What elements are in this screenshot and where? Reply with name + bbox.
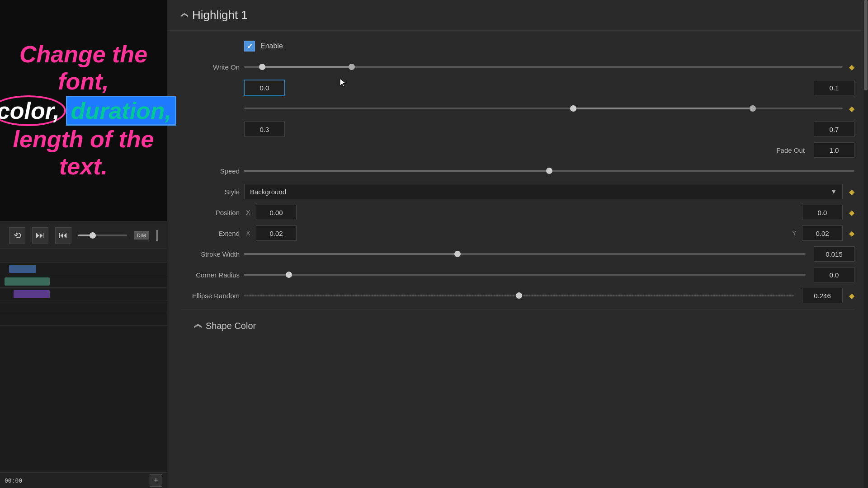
track-segment-2[interactable]: [5, 277, 50, 286]
corner-radius-label: Corner Radius: [181, 271, 240, 279]
slider2-value-left[interactable]: 0.3: [244, 122, 285, 137]
highlight-chevron-icon[interactable]: ❯: [179, 12, 188, 18]
corner-thumb[interactable]: [286, 272, 292, 278]
video-text-overlay: Change the font, color, duration, length…: [0, 0, 167, 221]
volume-track[interactable]: [78, 235, 127, 236]
ellipse-random-label: Ellipse Random: [181, 292, 240, 300]
color-circle-word: color,: [0, 95, 66, 126]
write-on-thumb-right[interactable]: [349, 64, 355, 70]
speed-thumb[interactable]: [546, 168, 552, 174]
enable-label: Enable: [260, 42, 283, 50]
timeline-ruler: [0, 249, 167, 263]
track-segment-1[interactable]: [9, 265, 36, 273]
slider2-thumb-right[interactable]: [750, 105, 756, 112]
right-panel: ❯ Highlight 1 ✓ Enable Write On: [167, 0, 868, 488]
timeline-tracks: [0, 263, 167, 472]
position-diamond-icon: ◆: [849, 208, 854, 217]
style-dropdown[interactable]: Background ▼: [244, 184, 843, 199]
style-label: Style: [181, 188, 240, 196]
style-dropdown-value: Background: [250, 188, 286, 196]
style-diamond-icon: ◆: [849, 188, 854, 196]
style-dropdown-wrap: Background ▼: [244, 184, 843, 199]
slider2-value-right[interactable]: 0.7: [814, 122, 854, 137]
video-controls-bar: ⟲ ⏭ ⏮ DIM: [0, 221, 167, 249]
extend-x-value[interactable]: 0.02: [256, 225, 297, 241]
ellipse-track[interactable]: [244, 295, 794, 296]
add-track-button[interactable]: +: [150, 474, 162, 487]
stroke-track[interactable]: [244, 253, 806, 255]
stroke-width-label: Stroke Width: [181, 250, 240, 258]
loop-button[interactable]: ⟲: [9, 227, 25, 244]
prev-frame-button[interactable]: ⏮: [55, 227, 71, 244]
scrollbar-thumb[interactable]: [864, 0, 868, 90]
ellipse-thumb[interactable]: [516, 292, 522, 299]
track-row-4: [0, 300, 167, 313]
write-on-slider-wrap: [244, 66, 843, 68]
ellipse-random-row: Ellipse Random 0.246 ◆: [181, 287, 854, 304]
scrollbar[interactable]: [863, 0, 868, 488]
track-row-3: [0, 288, 167, 300]
mute-bar[interactable]: [156, 230, 158, 241]
ellipse-random-value[interactable]: 0.246: [802, 288, 843, 303]
slider2-wrap: [244, 108, 843, 109]
write-on-values-row: 0.0 0.1: [181, 79, 854, 96]
timeline-area: 00:00 +: [0, 249, 167, 488]
track-segment-3[interactable]: [14, 290, 50, 298]
ellipse-slider-wrap: [244, 295, 794, 296]
enable-checkbox-wrap: ✓ Enable: [244, 41, 283, 52]
style-row: Style Background ▼ ◆: [181, 183, 854, 200]
corner-track[interactable]: [244, 274, 806, 276]
stroke-fill: [244, 253, 458, 255]
volume-thumb[interactable]: [90, 232, 96, 239]
highlight-section-header: ❯ Highlight 1: [167, 0, 868, 31]
position-row: Position X 0.00 0.0 ◆: [181, 204, 854, 221]
track-row-5: [0, 313, 167, 326]
preview-text-line1: Change the font,: [9, 41, 158, 95]
shape-color-title: Shape Color: [206, 321, 256, 331]
extend-y-label: Y: [790, 230, 798, 237]
write-on-range-fill: [262, 66, 352, 68]
enable-checkbox[interactable]: ✓: [244, 41, 255, 52]
track-row-2: [0, 275, 167, 288]
write-on-track[interactable]: [244, 66, 843, 68]
write-on-value-left[interactable]: 0.0: [244, 80, 285, 95]
fade-out-row: Fade Out 1.0: [181, 141, 854, 159]
corner-radius-value[interactable]: 0.0: [814, 267, 854, 282]
extend-y-value[interactable]: 0.02: [802, 225, 843, 241]
checkbox-check-icon: ✓: [247, 42, 253, 51]
speed-label: Speed: [181, 167, 240, 175]
next-frame-button[interactable]: ⏭: [32, 227, 48, 244]
position-label: Position: [181, 209, 240, 216]
timecode-display: 00:00: [5, 477, 22, 484]
stroke-width-value[interactable]: 0.015: [814, 246, 854, 262]
fade-out-value[interactable]: 1.0: [814, 142, 854, 158]
slider2-row: ◆: [181, 100, 854, 117]
speed-row: Speed: [181, 162, 854, 179]
position-y-value[interactable]: 0.0: [802, 205, 843, 220]
ellipse-diamond-icon: ◆: [849, 291, 854, 300]
write-on-row: Write On ◆: [181, 58, 854, 75]
stroke-thumb[interactable]: [454, 251, 461, 257]
write-on-diamond-icon: ◆: [849, 63, 854, 71]
dim-badge[interactable]: DIM: [134, 231, 149, 239]
speed-slider-wrap: [244, 170, 854, 172]
left-panel: Change the font, color, duration, length…: [0, 0, 167, 488]
stroke-width-row: Stroke Width 0.015: [181, 245, 854, 263]
stroke-slider-wrap: [244, 253, 806, 255]
track-row-1: [0, 263, 167, 275]
write-on-value-right[interactable]: 0.1: [814, 80, 854, 95]
slider2-range-fill: [573, 108, 753, 109]
slider2-thumb-left[interactable]: [570, 105, 576, 112]
controls-area: ✓ Enable Write On ◆ 0.0 0.1: [167, 31, 868, 343]
position-x-value[interactable]: 0.00: [256, 205, 297, 220]
write-on-label: Write On: [181, 63, 240, 71]
timeline-bottom: 00:00 +: [0, 472, 167, 488]
extend-x-label: X: [244, 230, 252, 237]
write-on-thumb-left[interactable]: [259, 64, 265, 70]
fade-out-label: Fade Out: [776, 146, 809, 154]
shape-color-header[interactable]: ❯ Shape Color: [181, 315, 854, 337]
speed-track[interactable]: [244, 170, 854, 172]
slider2-track[interactable]: [244, 108, 843, 109]
corner-fill: [244, 274, 289, 276]
enable-row: ✓ Enable: [181, 38, 854, 55]
